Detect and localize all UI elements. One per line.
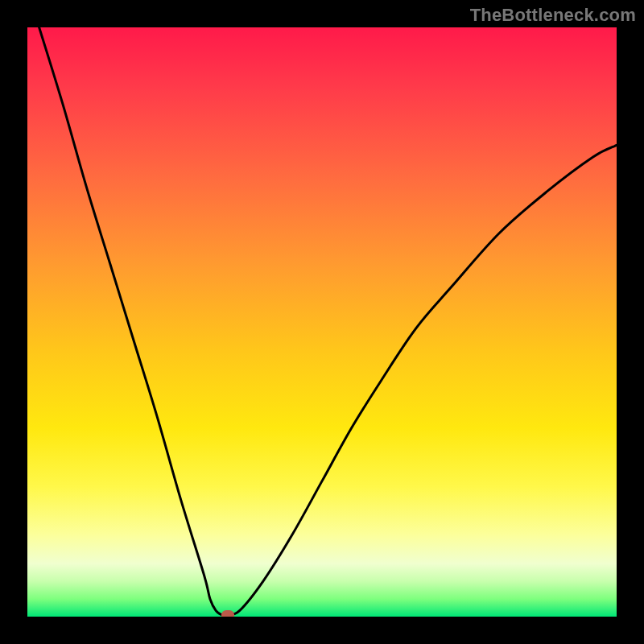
chart-frame: TheBottleneck.com bbox=[0, 0, 644, 644]
watermark-text: TheBottleneck.com bbox=[470, 5, 636, 26]
bottleneck-curve bbox=[27, 27, 617, 617]
plot-area bbox=[27, 27, 617, 617]
minimum-marker bbox=[221, 610, 234, 617]
